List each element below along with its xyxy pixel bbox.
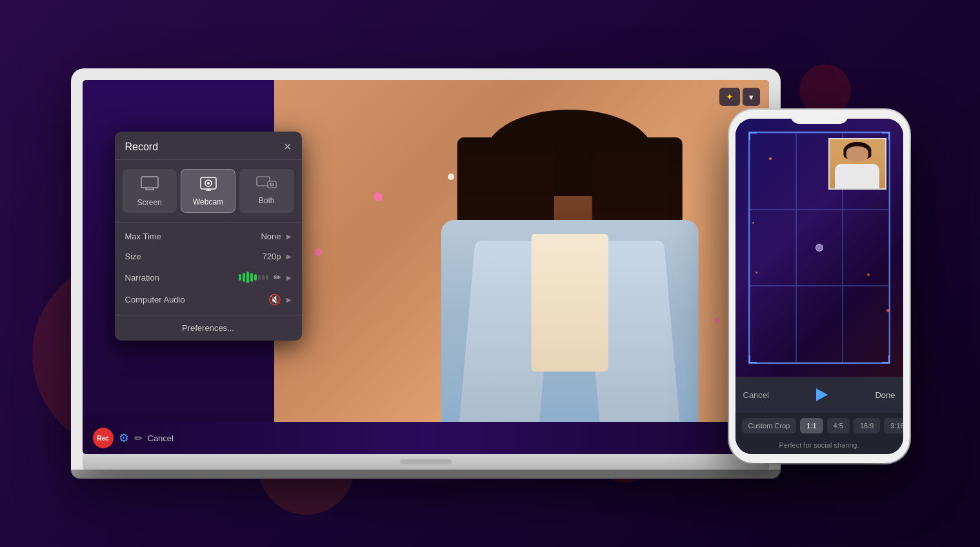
crop-cell <box>750 286 796 363</box>
phone-controls-bar: Cancel Done <box>735 377 903 413</box>
size-label: Size <box>125 252 257 261</box>
narration-mic-button[interactable]: ✏ <box>274 272 281 283</box>
ratio-9-16-button[interactable]: 9:16 <box>884 418 903 433</box>
max-time-arrow: ▶ <box>286 233 292 240</box>
laptop-screen: ✦ ▾ Record ✕ <box>83 80 769 454</box>
phone-play-button[interactable] <box>810 383 834 406</box>
svg-point-12 <box>272 184 273 185</box>
phone-done-button[interactable]: Done <box>875 390 895 400</box>
max-time-label: Max Time <box>125 232 256 241</box>
dialog-title: Record <box>125 141 159 153</box>
narration-row[interactable]: Narration <box>115 266 302 288</box>
svg-rect-0 <box>141 177 158 188</box>
laptop-device: ✦ ▾ Record ✕ <box>71 68 781 479</box>
cancel-button[interactable]: Cancel <box>148 433 174 443</box>
size-row[interactable]: Size 720p ▶ <box>115 246 302 266</box>
preferences-button[interactable]: Preferences... <box>115 315 302 341</box>
dialog-close-button[interactable]: ✕ <box>283 141 292 153</box>
ratio-4-5-button[interactable]: 4:5 <box>827 418 850 433</box>
crop-corner-bl[interactable] <box>749 355 757 363</box>
size-arrow: ▶ <box>286 253 292 260</box>
size-value: 720p <box>263 252 281 261</box>
mode-both-button[interactable]: Both <box>239 169 294 213</box>
both-icon <box>256 176 277 192</box>
record-dialog: Record ✕ <box>115 132 302 341</box>
settings-gear-button[interactable]: ⚙ <box>119 431 129 445</box>
crop-cell <box>796 286 843 363</box>
ratio-1-1-button[interactable]: 1:1 <box>800 418 823 433</box>
settings-section: Max Time None ▶ Size 720p ▶ <box>115 223 302 315</box>
svg-point-6 <box>207 182 210 184</box>
computer-audio-arrow: ▶ <box>286 296 292 303</box>
mode-screen-label: Screen <box>137 198 162 207</box>
phone-main-area <box>735 119 903 377</box>
ratio-custom-button[interactable]: Custom Crop <box>742 418 797 433</box>
phone-screen: Cancel Done Custom Crop 1:1 4:5 <box>735 119 903 454</box>
mode-both-label: Both <box>259 196 275 205</box>
play-icon <box>816 388 828 401</box>
sparkle-icon: ✦ <box>726 92 734 102</box>
mode-webcam-label: Webcam <box>193 197 223 206</box>
screen-toolbar: ✦ ▾ <box>719 88 760 106</box>
computer-audio-label: Computer Audio <box>125 295 263 304</box>
mini-webcam-preview <box>828 138 886 190</box>
crop-cell <box>843 210 889 286</box>
webcam-icon <box>199 176 217 194</box>
dialog-header: Record ✕ <box>115 132 302 160</box>
ratio-16-9-button[interactable]: 16:9 <box>854 418 880 433</box>
crop-ratios-bar: Custom Crop 1:1 4:5 16:9 9:16 <box>735 413 903 439</box>
ai-enhance-button[interactable]: ✦ <box>719 88 740 106</box>
crop-corner-br[interactable] <box>882 355 890 363</box>
crop-hint-text: Perfect for social sharing. <box>735 439 903 454</box>
crop-cell <box>843 286 889 363</box>
mode-screen-button[interactable]: Screen <box>123 169 177 213</box>
computer-audio-row[interactable]: Computer Audio 🔇 ▶ <box>115 288 302 311</box>
crop-cell <box>750 210 796 286</box>
expand-button[interactable]: ▾ <box>743 88 760 106</box>
bottom-toolbar: Rec ⚙ ✏ Cancel <box>83 422 769 454</box>
max-time-row[interactable]: Max Time None ▶ <box>115 226 302 246</box>
max-time-value: None <box>261 232 281 241</box>
annotate-button[interactable]: ✏ <box>134 432 143 444</box>
mode-webcam-button[interactable]: Webcam <box>181 169 235 213</box>
laptop-hinge <box>71 470 781 479</box>
record-button[interactable]: Rec <box>93 428 114 448</box>
chevron-down-icon: ▾ <box>749 92 754 102</box>
background-image <box>274 80 768 454</box>
screen-icon <box>141 176 159 194</box>
narration-label: Narration <box>125 273 234 283</box>
mute-icon: 🔇 <box>268 293 281 306</box>
phone-notch <box>790 110 848 124</box>
laptop-notch <box>400 459 452 464</box>
narration-level-indicator <box>239 272 268 283</box>
phone-device: Cancel Done Custom Crop 1:1 4:5 <box>729 110 910 463</box>
mode-selector: Screen <box>115 160 302 223</box>
phone-cancel-button[interactable]: Cancel <box>743 390 769 400</box>
crop-center-handle[interactable] <box>815 244 823 252</box>
narration-arrow: ▶ <box>286 274 292 281</box>
crop-cell <box>750 133 796 210</box>
crop-corner-tl[interactable] <box>749 132 757 140</box>
